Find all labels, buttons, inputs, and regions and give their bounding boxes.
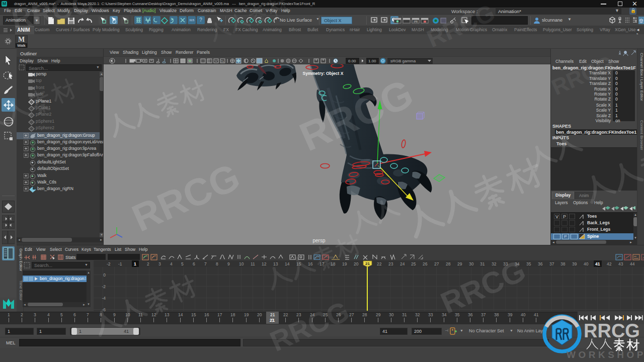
- svg-text:IPR: IPR: [414, 20, 418, 23]
- svg-text:sRGB gamma: sRGB gamma: [390, 59, 416, 63]
- svg-text:WORKSHOP: WORKSHOP: [567, 349, 644, 360]
- svg-text:TV: TV: [221, 60, 224, 63]
- svg-text:persp: persp: [312, 238, 325, 243]
- svg-text:Stats: Stats: [65, 255, 76, 260]
- svg-text:0.00: 0.00: [348, 59, 356, 63]
- svg-text:21: 21: [365, 261, 370, 266]
- svg-text:RRCG: RRCG: [584, 320, 640, 341]
- svg-text:1.00: 1.00: [368, 59, 376, 63]
- svg-text:Symmetry: Object X: Symmetry: Object X: [303, 71, 344, 76]
